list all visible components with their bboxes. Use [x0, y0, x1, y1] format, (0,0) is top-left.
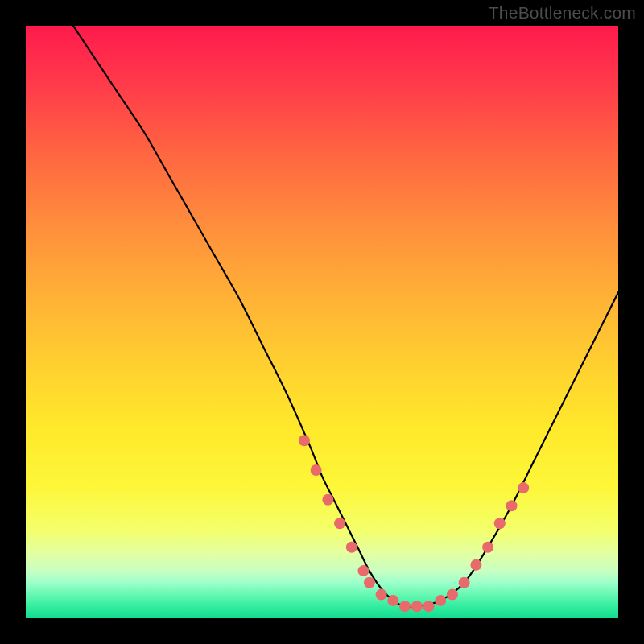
- marker-point: [423, 601, 435, 612]
- marker-point: [494, 518, 506, 529]
- marker-point: [299, 435, 310, 446]
- marker-point: [376, 589, 387, 601]
- watermark-label: TheBottleneck.com: [489, 3, 636, 23]
- marker-point: [482, 542, 493, 553]
- marker-point: [364, 577, 375, 588]
- marker-point: [311, 464, 322, 476]
- highlight-markers: [299, 435, 529, 612]
- marker-point: [346, 542, 357, 553]
- bottleneck-curve: [73, 26, 618, 607]
- marker-point: [411, 601, 423, 612]
- plot-area: [26, 26, 618, 618]
- marker-point: [322, 494, 333, 506]
- marker-point: [334, 518, 345, 529]
- marker-point: [358, 565, 369, 576]
- chart-frame: TheBottleneck.com: [0, 0, 644, 644]
- marker-point: [506, 500, 518, 511]
- curve-svg: [26, 26, 618, 618]
- marker-point: [447, 589, 458, 601]
- marker-point: [435, 595, 446, 606]
- marker-point: [399, 601, 411, 612]
- marker-point: [518, 482, 529, 493]
- marker-point: [459, 577, 470, 588]
- marker-point: [470, 559, 481, 571]
- marker-point: [387, 595, 398, 606]
